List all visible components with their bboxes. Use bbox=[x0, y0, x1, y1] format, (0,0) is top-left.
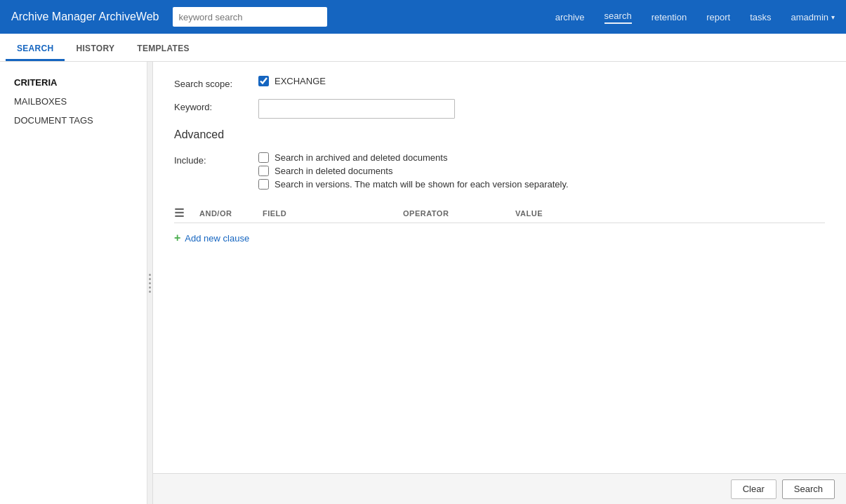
search-scope-label: Search scope: bbox=[174, 76, 258, 89]
header-nav: archive search retention report tasks am… bbox=[555, 11, 835, 24]
app-title: Archive Manager ArchiveWeb bbox=[11, 11, 159, 23]
sidebar-item-mailboxes[interactable]: MAILBOXES bbox=[0, 92, 147, 111]
clear-button[interactable]: Clear bbox=[731, 479, 776, 499]
include-checkbox-0[interactable] bbox=[258, 152, 269, 163]
keyword-input[interactable] bbox=[258, 99, 455, 119]
search-scope-row: Search scope: EXCHANGE bbox=[174, 76, 825, 89]
header-search-container bbox=[173, 7, 327, 27]
add-clause-label: Add new clause bbox=[185, 233, 249, 244]
keyword-search-input[interactable] bbox=[173, 7, 327, 27]
tab-templates[interactable]: TEMPLATES bbox=[126, 38, 200, 61]
sidebar-item-criteria[interactable]: CRITERIA bbox=[0, 73, 147, 92]
amadmin-arrow-icon: ▾ bbox=[831, 13, 835, 21]
nav-report[interactable]: report bbox=[706, 12, 730, 22]
include-checkbox-2[interactable] bbox=[258, 179, 269, 190]
nav-amadmin[interactable]: amadmin ▾ bbox=[791, 12, 835, 22]
tab-search[interactable]: SEARCH bbox=[6, 38, 65, 61]
content-area: Search scope: EXCHANGE Keyword: Advanced… bbox=[153, 62, 846, 504]
include-checkbox-1[interactable] bbox=[258, 166, 269, 176]
include-option-2-label[interactable]: Search in versions. The match will be sh… bbox=[275, 179, 569, 190]
clause-col-field: FIELD bbox=[263, 209, 403, 218]
include-option-0-label[interactable]: Search in archived and deleted documents bbox=[275, 152, 447, 163]
resizer-dot bbox=[149, 274, 151, 276]
include-option-1: Search in deleted documents bbox=[258, 166, 825, 176]
sidebar: CRITERIA MAILBOXES DOCUMENT TAGS bbox=[0, 62, 147, 504]
include-option-0: Search in archived and deleted documents bbox=[258, 152, 825, 163]
nav-search[interactable]: search bbox=[604, 11, 632, 24]
include-option-1-label[interactable]: Search in deleted documents bbox=[275, 166, 392, 176]
clause-col-icon: ☰ bbox=[174, 206, 199, 220]
tab-history[interactable]: HISTORY bbox=[65, 38, 126, 61]
bottom-bar: Clear Search bbox=[153, 473, 846, 504]
search-button[interactable]: Search bbox=[782, 479, 835, 499]
resizer-dot bbox=[149, 278, 151, 280]
nav-tasks[interactable]: tasks bbox=[750, 12, 771, 22]
search-scope-control: EXCHANGE bbox=[258, 76, 825, 89]
resizer-dot bbox=[149, 291, 151, 293]
exchange-checkbox-row: EXCHANGE bbox=[258, 76, 825, 86]
include-option-2: Search in versions. The match will be sh… bbox=[258, 179, 825, 190]
clause-section: ☰ AND/OR FIELD OPERATOR VALUE + Add new … bbox=[174, 206, 825, 247]
include-label: Include: bbox=[174, 152, 258, 166]
include-row: Include: Search in archived and deleted … bbox=[174, 152, 825, 192]
clause-col-operator: OPERATOR bbox=[403, 209, 515, 218]
nav-archive[interactable]: archive bbox=[555, 12, 585, 22]
clause-col-andor: AND/OR bbox=[199, 209, 263, 218]
header: Archive Manager ArchiveWeb archive searc… bbox=[0, 0, 846, 34]
clause-header: ☰ AND/OR FIELD OPERATOR VALUE bbox=[174, 206, 825, 223]
add-clause-button[interactable]: + Add new clause bbox=[174, 229, 825, 247]
clause-col-value: VALUE bbox=[515, 209, 628, 218]
tabs-bar: SEARCH HISTORY TEMPLATES bbox=[0, 34, 846, 62]
main-container: CRITERIA MAILBOXES DOCUMENT TAGS Search … bbox=[0, 62, 846, 504]
nav-retention[interactable]: retention bbox=[652, 12, 687, 22]
resizer-dot bbox=[149, 282, 151, 284]
exchange-label[interactable]: EXCHANGE bbox=[275, 76, 326, 86]
keyword-control bbox=[258, 99, 825, 119]
exchange-checkbox[interactable] bbox=[258, 76, 269, 86]
advanced-title: Advanced bbox=[174, 128, 825, 141]
sidebar-resizer[interactable] bbox=[147, 62, 153, 504]
keyword-row: Keyword: bbox=[174, 99, 825, 119]
keyword-label: Keyword: bbox=[174, 99, 258, 112]
add-clause-plus-icon: + bbox=[174, 232, 180, 244]
resizer-dot bbox=[149, 286, 151, 289]
list-icon: ☰ bbox=[174, 207, 185, 219]
include-control: Search in archived and deleted documents… bbox=[258, 152, 825, 192]
sidebar-item-document-tags[interactable]: DOCUMENT TAGS bbox=[0, 111, 147, 130]
